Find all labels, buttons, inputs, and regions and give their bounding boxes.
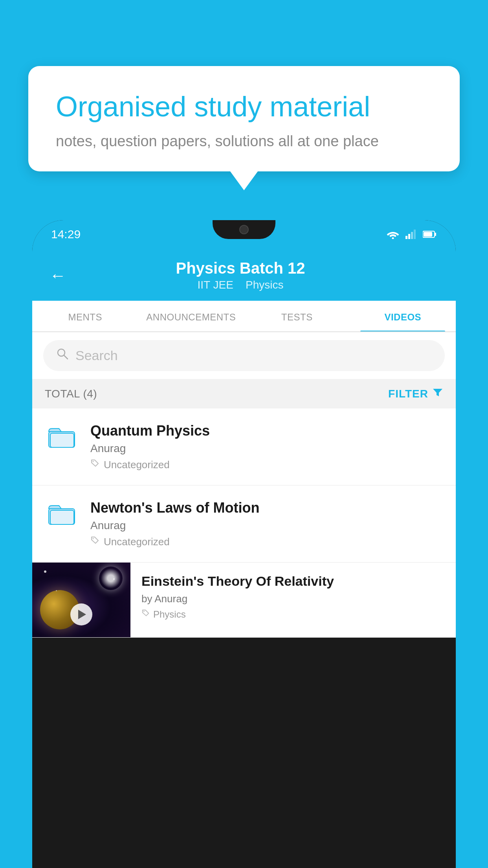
item-icon-area: [45, 500, 79, 526]
tab-announcements[interactable]: ANNOUNCEMENTS: [138, 301, 244, 331]
tag-icon: [90, 459, 100, 471]
notch: [213, 220, 275, 239]
list-item[interactable]: Newton's Laws of Motion Anurag Uncategor…: [32, 485, 456, 563]
status-time: 14:29: [51, 228, 81, 241]
svg-rect-7: [424, 232, 432, 237]
svg-point-16: [143, 611, 145, 612]
tag-icon: [141, 609, 150, 620]
battery-icon: [423, 230, 437, 238]
item-info: Quantum Physics Anurag Uncategorized: [90, 423, 443, 471]
svg-rect-1: [405, 236, 407, 239]
item-title: Newton's Laws of Motion: [90, 500, 443, 516]
filter-icon: [432, 387, 443, 401]
item-tag: Uncategorized: [90, 536, 443, 548]
tag-label: Uncategorized: [104, 536, 170, 548]
item-tag: Uncategorized: [90, 459, 443, 471]
speech-bubble-title: Organised study material: [56, 90, 432, 123]
phone-frame: 14:29 ← Phys: [32, 220, 456, 868]
status-icons: [387, 230, 437, 239]
batch-title: Physics Batch 12: [79, 259, 402, 277]
svg-line-9: [64, 355, 68, 359]
item-author: Anurag: [90, 442, 443, 455]
svg-rect-2: [408, 234, 410, 239]
thumb-item-info: Einstein's Theory Of Relativity by Anura…: [130, 563, 456, 631]
search-bar[interactable]: Search: [43, 340, 445, 371]
tab-ments[interactable]: MENTS: [32, 301, 138, 331]
play-button[interactable]: [70, 603, 92, 625]
list-item-thumbnail[interactable]: Einstein's Theory Of Relativity by Anura…: [32, 563, 456, 638]
item-info: Newton's Laws of Motion Anurag Uncategor…: [90, 500, 443, 548]
batch-subtitle: IIT JEE Physics: [79, 279, 402, 291]
header-center: Physics Batch 12 IIT JEE Physics: [79, 259, 402, 291]
thumb-item-author: by Anurag: [141, 593, 445, 605]
list-item[interactable]: Quantum Physics Anurag Uncategorized: [32, 408, 456, 485]
item-author: Anurag: [90, 519, 443, 532]
camera-dot: [239, 225, 249, 234]
tabs-bar: MENTS ANNOUNCEMENTS TESTS VIDEOS: [32, 301, 456, 332]
speech-bubble-subtitle: notes, question papers, solutions all at…: [56, 133, 432, 150]
subtitle-part2: Physics: [246, 279, 283, 291]
item-icon-area: [45, 423, 79, 449]
stars: [99, 566, 123, 590]
filter-label: FILTER: [388, 388, 428, 400]
svg-rect-14: [50, 510, 74, 524]
thumb-item-title: Einstein's Theory Of Relativity: [141, 574, 445, 589]
thumbnail-bg: [32, 563, 130, 637]
folder-icon: [48, 424, 76, 449]
thumb-item-tag: Physics: [141, 609, 445, 620]
subtitle-part1: IIT JEE: [198, 279, 233, 291]
speech-bubble: Organised study material notes, question…: [28, 66, 460, 171]
tab-videos[interactable]: VIDEOS: [350, 301, 456, 331]
app-header: ← Physics Batch 12 IIT JEE Physics: [32, 248, 456, 301]
filter-button[interactable]: FILTER: [388, 387, 443, 401]
tag-label: Uncategorized: [104, 459, 170, 471]
tag-label: Physics: [153, 609, 186, 620]
svg-rect-3: [411, 232, 413, 239]
play-triangle-icon: [78, 610, 86, 619]
back-button[interactable]: ←: [50, 266, 66, 285]
svg-point-15: [93, 538, 94, 539]
signal-icon: [405, 230, 416, 239]
content-area: Quantum Physics Anurag Uncategorized: [32, 408, 456, 638]
svg-point-0: [392, 237, 394, 239]
svg-rect-4: [414, 230, 416, 239]
svg-point-12: [93, 461, 94, 462]
item-title: Quantum Physics: [90, 423, 443, 439]
space-visual: [32, 563, 130, 637]
wifi-icon: [387, 230, 399, 239]
tab-tests[interactable]: TESTS: [244, 301, 350, 331]
thumbnail-area: [32, 563, 130, 637]
filter-row: TOTAL (4) FILTER: [32, 379, 456, 408]
svg-rect-11: [50, 433, 74, 447]
search-placeholder: Search: [75, 348, 118, 363]
folder-icon: [48, 501, 76, 526]
status-bar: 14:29: [32, 220, 456, 248]
search-container: Search: [32, 332, 456, 379]
tag-icon: [90, 536, 100, 548]
svg-rect-6: [435, 233, 436, 236]
total-count: TOTAL (4): [45, 388, 97, 400]
search-icon: [56, 347, 69, 364]
